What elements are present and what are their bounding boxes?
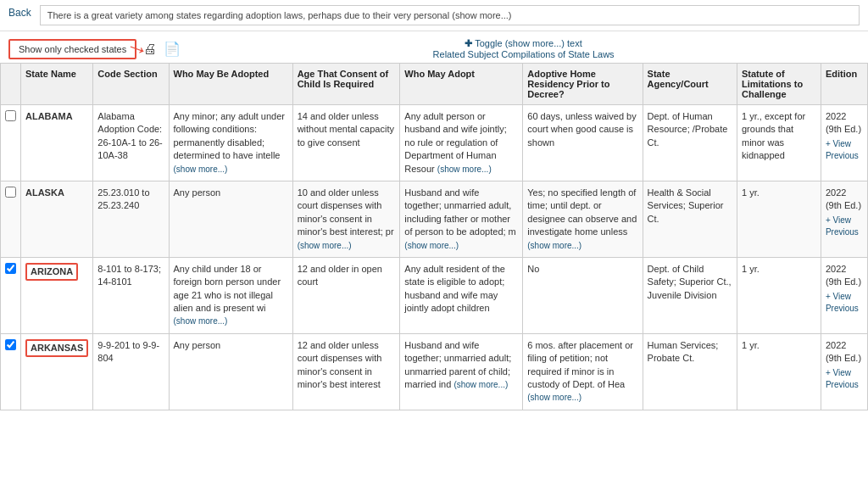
toggle-label: Toggle (show more...) text bbox=[475, 38, 582, 48]
view-previous-link[interactable]: + View Previous bbox=[826, 138, 863, 162]
code-section: 8-101 to 8-173; 14-8101 bbox=[93, 257, 169, 333]
state-name: ALASKA bbox=[25, 187, 64, 198]
state-name: ARIZONA bbox=[25, 263, 78, 281]
age-consent: 12 and older in open court bbox=[292, 257, 400, 333]
edition: 2022 (9th Ed.)+ View Previous bbox=[821, 257, 867, 333]
col-statute: Statute of Limitations to Challenge bbox=[737, 64, 821, 105]
code-section: Alabama Adoption Code: 26-10A-1 to 26-10… bbox=[93, 105, 169, 181]
statute: 1 yr., except for grounds that minor was… bbox=[737, 105, 821, 181]
table-row: ALASKA25.23.010 to 25.23.240Any person10… bbox=[1, 181, 868, 257]
who-adopt: Any adult resident of the state is eligi… bbox=[400, 257, 523, 333]
show-more-link[interactable]: (show more...) bbox=[437, 165, 492, 174]
view-previous-link[interactable]: + View Previous bbox=[826, 215, 863, 238]
show-more-link[interactable]: (show more...) bbox=[298, 241, 352, 250]
row-checkbox[interactable] bbox=[5, 339, 16, 350]
who-adopt: Husband and wife together; unmarried adu… bbox=[400, 333, 523, 410]
age-consent: 12 and older unless court dispenses with… bbox=[292, 333, 400, 410]
agency-court: Human Services; Probate Ct. bbox=[643, 333, 737, 410]
show-more-link[interactable]: (show more...) bbox=[174, 165, 228, 174]
row-checkbox[interactable] bbox=[5, 110, 16, 121]
who-adopt: Any adult person or husband and wife joi… bbox=[400, 105, 523, 181]
col-code-section: Code Section bbox=[93, 64, 169, 105]
view-previous-link[interactable]: + View Previous bbox=[826, 291, 863, 315]
related-link[interactable]: Related Subject Compilations of State La… bbox=[433, 49, 615, 59]
table-row: ALABAMAAlabama Adoption Code: 26-10A-1 t… bbox=[1, 105, 868, 181]
code-section: 25.23.010 to 25.23.240 bbox=[93, 181, 169, 257]
state-name: ALABAMA bbox=[25, 111, 73, 121]
edition: 2022 (9th Ed.)+ View Previous bbox=[821, 105, 867, 181]
edition: 2022 (9th Ed.)+ View Previous bbox=[821, 181, 867, 257]
age-consent: 10 and older unless court dispenses with… bbox=[292, 181, 400, 257]
arrow-indicator: ← bbox=[121, 31, 153, 65]
who-adopted: Any person bbox=[169, 181, 292, 257]
col-age-consent: Age That Consent of Child Is Required bbox=[292, 64, 400, 105]
residency: 60 days, unless waived by court when goo… bbox=[523, 105, 643, 181]
view-previous-link[interactable]: + View Previous bbox=[826, 367, 863, 391]
notice-box: There is a great variety among states re… bbox=[40, 5, 860, 25]
age-consent: 14 and older unless without mental capac… bbox=[292, 105, 400, 181]
agency-court: Health & Social Services; Superior Ct. bbox=[643, 181, 737, 257]
show-more-link[interactable]: (show more...) bbox=[174, 316, 228, 326]
show-more-link[interactable]: (show more...) bbox=[404, 241, 459, 250]
who-adopted: Any child under 18 or foreign born perso… bbox=[169, 257, 292, 333]
show-more-link[interactable]: (show more...) bbox=[527, 393, 581, 402]
back-link[interactable]: Back bbox=[8, 7, 31, 19]
statute: 1 yr. bbox=[737, 333, 821, 410]
agency-court: Dept. of Human Resource; /Probate Ct. bbox=[643, 105, 737, 181]
who-adopted: Any minor; any adult under following con… bbox=[169, 105, 292, 181]
statute: 1 yr. bbox=[737, 181, 821, 257]
table-row: ARKANSAS9-9-201 to 9-9-804Any person12 a… bbox=[1, 333, 868, 410]
col-who-adopt: Who May Adopt bbox=[400, 64, 523, 105]
pdf-icon[interactable]: 📄 bbox=[164, 42, 181, 56]
who-adopt: Husband and wife together; unmarried adu… bbox=[400, 181, 523, 257]
col-checkbox bbox=[1, 64, 21, 105]
col-agency: State Agency/Court bbox=[643, 64, 737, 105]
code-section: 9-9-201 to 9-9-804 bbox=[93, 333, 169, 410]
residency: Yes; no specified length of time; until … bbox=[523, 181, 643, 257]
residency: 6 mos. after placement or filing of peti… bbox=[523, 333, 643, 410]
col-edition: Edition bbox=[821, 64, 867, 105]
toggle-link[interactable]: ✚ Toggle (show more...) text bbox=[465, 38, 581, 48]
show-checked-button[interactable]: Show only checked states bbox=[8, 39, 136, 59]
residency: No bbox=[523, 257, 643, 333]
col-state-name: State Name bbox=[21, 64, 93, 105]
col-who-adopted: Who May Be Adopted bbox=[169, 64, 292, 105]
state-name: ARKANSAS bbox=[25, 339, 88, 357]
table-row: ARIZONA8-101 to 8-173; 14-8101Any child … bbox=[1, 257, 868, 333]
show-more-link[interactable]: (show more...) bbox=[527, 241, 581, 250]
who-adopted: Any person bbox=[169, 333, 292, 410]
edition: 2022 (9th Ed.)+ View Previous bbox=[821, 333, 867, 410]
table-header: State Name Code Section Who May Be Adopt… bbox=[1, 64, 868, 105]
show-more-link[interactable]: (show more...) bbox=[453, 380, 508, 389]
agency-court: Dept. of Child Safety; Superior Ct., Juv… bbox=[643, 257, 737, 333]
col-residency: Adoptive Home Residency Prior to Decree? bbox=[523, 64, 643, 105]
row-checkbox[interactable] bbox=[5, 187, 16, 198]
row-checkbox[interactable] bbox=[5, 263, 16, 274]
statute: 1 yr. bbox=[737, 257, 821, 333]
